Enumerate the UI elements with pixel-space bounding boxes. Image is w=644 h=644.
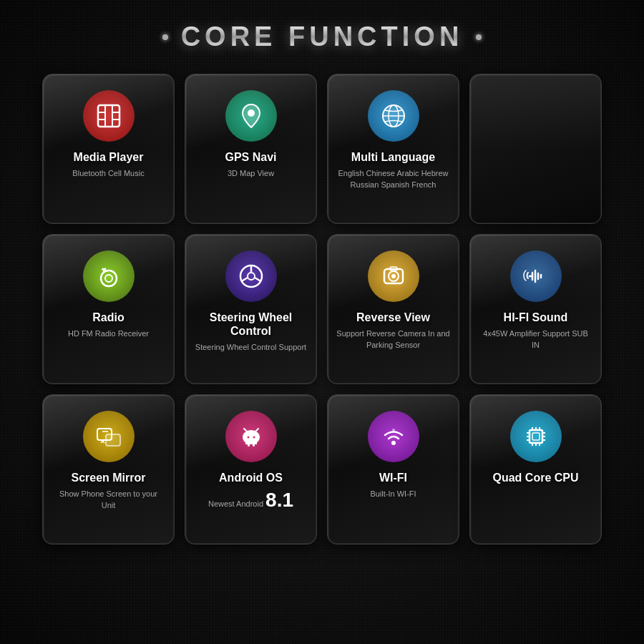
svg-rect-43 (532, 433, 540, 440)
card-hifi-sound: HI-FI Sound4x45W Amplifier Support SUB I… (469, 234, 602, 384)
svg-line-38 (244, 429, 247, 431)
svg-point-23 (391, 274, 396, 278)
media-player-title: Media Player (74, 150, 144, 164)
screen-mirror-subtitle: Show Phone Screen to your Unit (52, 489, 165, 511)
android-sub: Newest Android 8.1 (208, 489, 293, 512)
card-screen-mirror: Screen MirrorShow Phone Screen to your U… (42, 394, 175, 545)
svg-line-19 (241, 278, 248, 281)
radio-title: Radio (92, 311, 124, 324)
multi-language-title: Multi Language (351, 150, 435, 164)
svg-rect-32 (244, 436, 246, 441)
svg-point-40 (391, 441, 396, 445)
card-radio: RadioHD FM Radio Receiver (42, 234, 175, 384)
svg-point-12 (105, 275, 112, 282)
card-quad-core: Quad Core CPU (469, 394, 602, 545)
hifi-sound-title: HI-FI Sound (504, 311, 568, 324)
card-android-os: Android OSNewest Android 8.1 (185, 394, 317, 545)
svg-rect-33 (256, 436, 258, 441)
card-blank (469, 74, 602, 224)
svg-rect-42 (530, 430, 542, 443)
reverse-view-title: Reverse View (356, 311, 430, 324)
svg-point-41 (392, 429, 395, 431)
steering-wheel-subtitle: Steering Wheel Control Support (195, 342, 306, 353)
svg-rect-35 (253, 443, 255, 447)
title-dot-right (476, 34, 482, 40)
radio-icon (83, 250, 135, 302)
mirror-icon (83, 411, 135, 462)
svg-line-39 (255, 429, 258, 431)
title-dot-left (162, 34, 168, 40)
gps-icon (225, 90, 277, 142)
card-wifi: WI-FIBuilt-In WI-FI (327, 394, 459, 545)
svg-rect-26 (106, 434, 120, 446)
radio-subtitle: HD FM Radio Receiver (68, 328, 149, 339)
android-icon (225, 411, 277, 462)
lang-icon (368, 90, 419, 142)
wifi-subtitle: Built-In WI-FI (370, 489, 416, 499)
svg-line-20 (255, 278, 261, 281)
reverse-view-subtitle: Support Reverse Camera In and Parking Se… (336, 328, 450, 351)
svg-rect-31 (245, 437, 257, 444)
card-steering-wheel: Steering Wheel ControlSteering Wheel Con… (185, 234, 317, 384)
card-multi-language: Multi LanguageEnglish Chinese Arabic Heb… (327, 74, 459, 224)
cpu-icon (510, 411, 562, 462)
features-grid: Media PlayerBluetooth Cell Music GPS Nav… (42, 74, 602, 545)
android-os-title: Android OS (219, 471, 283, 484)
wifi-title: WI-FI (379, 471, 407, 484)
gps-navi-subtitle: 3D Map View (228, 168, 274, 179)
svg-rect-34 (248, 443, 250, 447)
page-title: CORE FUNCTION (181, 21, 464, 52)
svg-point-36 (247, 436, 249, 439)
steering-icon (225, 250, 277, 302)
svg-point-37 (253, 436, 255, 439)
hifi-icon (510, 250, 562, 302)
media-icon (83, 90, 135, 142)
screen-mirror-title: Screen Mirror (71, 471, 145, 484)
reverse-icon (368, 250, 419, 302)
card-reverse-view: Reverse ViewSupport Reverse Camera In an… (327, 234, 459, 384)
media-player-subtitle: Bluetooth Cell Music (72, 168, 144, 179)
quad-core-title: Quad Core CPU (492, 471, 578, 484)
card-gps-navi: GPS Navi3D Map View (185, 74, 317, 224)
svg-rect-0 (98, 105, 119, 127)
title-bar: CORE FUNCTION (162, 21, 482, 52)
svg-point-11 (101, 270, 117, 286)
steering-wheel-title: Steering Wheel Control (194, 311, 308, 338)
gps-navi-title: GPS Navi (225, 150, 276, 164)
hifi-sound-subtitle: 4x45W Amplifier Support SUB IN (479, 328, 592, 351)
svg-point-17 (248, 273, 255, 280)
svg-point-7 (248, 109, 255, 117)
card-media-player: Media PlayerBluetooth Cell Music (42, 74, 175, 224)
wifi-icon (368, 411, 419, 462)
multi-language-subtitle: English Chinese Arabic Hebrew Russian Sp… (336, 168, 450, 190)
